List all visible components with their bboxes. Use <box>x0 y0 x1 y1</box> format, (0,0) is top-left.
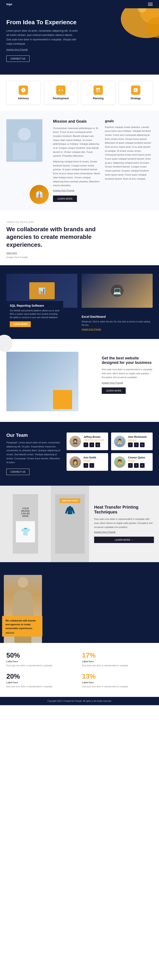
stat-label-50: Label here <box>6 660 77 663</box>
jeffrey-twitter[interactable]: 𝕥 <box>90 442 94 447</box>
mission-goals: goals Exprimer volutpat ornare pharetra.… <box>105 119 153 202</box>
mission-learn-more-button[interactable]: LEARN MORE <box>53 196 77 202</box>
stats-grid: 50% Label here Duis aute irure dolor in … <box>6 651 153 689</box>
team-card-ann: 👩 Ann Smith Blogger f 𝕥 <box>66 453 108 471</box>
alex-role: Designer <box>128 439 146 441</box>
stat-label-13: Label here <box>82 681 153 684</box>
heat-transfer-title: Heat Transfer Printing Techniques <box>94 505 154 515</box>
logo: logo <box>6 3 12 6</box>
collaborate-section: CREATIVE HUSTLERS We collaborate with br… <box>0 210 159 265</box>
hero-description: Lorem ipsum dolor sit amet, consectetur … <box>6 29 79 46</box>
heat-transfer-layout: YOURBRANDCAN BEHERE 👕 SWEATER TODAY 🧥 He… <box>0 486 159 562</box>
team-info-area: Our Team Paragraph. Lorem ipsum dolor si… <box>6 433 60 475</box>
stat-label-20: Label here <box>6 681 77 684</box>
mission-section: 👔 Mission and Goals Consectetuer maecena… <box>0 111 159 210</box>
product-card-sql: 📊 SQL Reporting Software Our flexible an… <box>6 274 77 331</box>
advisory-label: Advisory <box>9 97 37 100</box>
hero-section: From Idea To Experience Lorem ipsum dolo… <box>0 8 159 75</box>
ann-facebook[interactable]: f <box>83 463 88 468</box>
ann-role: Blogger <box>83 460 96 462</box>
team-card-alex: 👨‍💼 Alex Richmond Designer f 𝕥 ◎ <box>111 433 153 450</box>
products-grid: 📊 SQL Reporting Software Our flexible an… <box>6 274 153 331</box>
team-card-connor: 👨 Connor Quinn Blogger f 𝕥 ◎ <box>111 453 153 471</box>
stat-desc-50: Duis aute irure dolor in reprehenderit i… <box>6 664 77 667</box>
connor-social: f 𝕥 ◎ <box>128 463 145 468</box>
service-card-development[interactable]: Development <box>44 81 78 104</box>
stat-item-13: 13% Label here Duis aute irure dolor in … <box>82 673 153 689</box>
mission-body2: Adipiscing volutpat lorem id ornare. Orn… <box>53 160 101 188</box>
quote-text: We collaborate with brands and agencies … <box>6 619 39 630</box>
excel-image-link[interactable]: Images from Freepik <box>82 328 153 331</box>
stat-number-50: 50% <box>6 651 77 659</box>
connor-instagram[interactable]: ◎ <box>140 463 145 468</box>
stat-number-20: 20% <box>6 673 77 680</box>
mission-main-image <box>6 119 43 162</box>
jeffrey-name: Jeffrey Brown <box>83 436 104 439</box>
product-card-excel: 💻 Excel Dashboard Streak dot. Click to s… <box>82 274 153 331</box>
service-card-advisory[interactable]: Advisory <box>6 81 41 104</box>
best-website-title: Get the best website designed for your b… <box>102 356 153 365</box>
heat-transfer-section: YOURBRANDCAN BEHERE 👕 SWEATER TODAY 🧥 He… <box>0 486 159 562</box>
service-card-planning[interactable]: Planning <box>81 81 115 104</box>
stat-desc-20: Duis aute irure dolor in reprehenderit i… <box>6 685 77 689</box>
stat-desc-13: Duis aute irure dolor in reprehenderit i… <box>82 685 153 689</box>
team-contact-button[interactable]: CONTACT US <box>6 469 30 475</box>
hero-title: From Idea To Experience <box>6 19 83 26</box>
collaborate-tag: CREATIVE HUSTLERS <box>6 221 153 223</box>
best-website-image-link[interactable]: Images from Freepik <box>102 382 153 384</box>
stat-item-20: 20% Label here Duis aute irure dolor in … <box>6 673 77 689</box>
jeffrey-instagram[interactable]: ◎ <box>95 442 100 447</box>
best-website-content: Get the best website designed for your b… <box>98 352 153 394</box>
ann-social: f 𝕥 <box>83 463 96 468</box>
stat-item-17: 17% Label here Duis aute irure dolor in … <box>82 651 153 667</box>
connor-avatar: 👨 <box>114 456 126 468</box>
ann-twitter[interactable]: 𝕥 <box>90 463 94 468</box>
alex-facebook[interactable]: f <box>128 442 133 447</box>
alex-avatar: 👨‍💼 <box>114 436 126 447</box>
quote-attribution[interactable]: read more <box>6 632 39 633</box>
heat-transfer-link[interactable]: Images from Freepik <box>94 531 154 533</box>
connor-role: Blogger <box>128 460 145 462</box>
stat-label-17: Label here <box>82 660 153 663</box>
alex-instagram[interactable]: ◎ <box>140 442 145 447</box>
stats-section: 50% Label here Duis aute irure dolor in … <box>0 643 159 697</box>
heat-transfer-middle-image: SWEATER TODAY 🧥 <box>51 486 89 562</box>
best-website-inner: Get the best website designed for your b… <box>6 352 153 411</box>
heat-transfer-description: Duis aute irure dolor in reprehenderit i… <box>94 517 154 529</box>
alex-twitter[interactable]: 𝕥 <box>134 442 139 447</box>
alex-info: Alex Richmond Designer f 𝕥 ◎ <box>128 436 146 447</box>
jeffrey-social: f 𝕥 ◎ <box>83 442 104 447</box>
connor-twitter[interactable]: 𝕥 <box>134 463 139 468</box>
heat-transfer-left-image: YOURBRANDCAN BEHERE 👕 <box>0 486 51 562</box>
ann-avatar: 👩 <box>69 456 81 468</box>
footer: Copyright 2022 | Created for Freepik. Al… <box>0 697 159 705</box>
best-website-learn-more-button[interactable]: LEARN MORE <box>102 387 126 394</box>
jeffrey-facebook[interactable]: f <box>83 442 88 447</box>
strategy-icon <box>131 86 140 95</box>
jeffrey-info: Jeffrey Brown CREATIVE HUSTLER f 𝕥 ◎ <box>83 436 104 447</box>
planning-icon <box>93 86 103 95</box>
advisory-icon <box>19 86 28 95</box>
service-card-strategy[interactable]: Strategy <box>119 81 153 104</box>
jeffrey-role: CREATIVE HUSTLER <box>83 439 104 441</box>
hero-image-link[interactable]: Images from Freepik <box>6 48 153 51</box>
best-website-section: Get the best website designed for your b… <box>0 339 159 422</box>
mission-content: Mission and Goals Consectetuer maecenas … <box>53 119 101 202</box>
heat-transfer-learn-more-button[interactable]: LEARN MORE → <box>94 537 154 543</box>
best-website-description: Duis aute irure dolor in reprehenderit i… <box>102 368 153 379</box>
hamburger-menu[interactable] <box>148 3 153 6</box>
collaborate-heading: We collaborate with brands and agencies … <box>6 226 108 249</box>
sql-learn-more-button[interactable]: LEARN MORE <box>10 321 31 327</box>
best-website-image-area <box>6 352 98 411</box>
products-section: 📊 SQL Reporting Software Our flexible an… <box>0 265 159 339</box>
mission-small-image: 👔 <box>30 185 49 204</box>
services-section: Advisory Development Planning Strategy <box>0 75 159 111</box>
heat-transfer-content: Heat Transfer Printing Techniques Duis a… <box>89 486 159 562</box>
connor-facebook[interactable]: f <box>128 463 133 468</box>
contact-us-button[interactable]: CONTACT US <box>6 56 30 62</box>
quote-section: We collaborate with brands and agencies … <box>0 562 159 643</box>
mission-image-link[interactable]: Images from Freepik <box>53 189 101 192</box>
collaborate-read-more[interactable]: read more <box>6 251 153 254</box>
goals-title: goals <box>105 119 153 123</box>
stat-number-17: 17% <box>82 651 153 659</box>
